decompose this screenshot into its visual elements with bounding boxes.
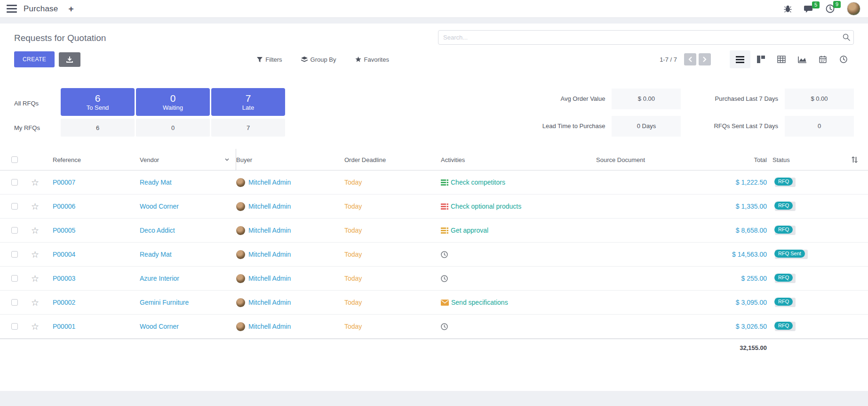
debug-bug-icon[interactable] (784, 5, 792, 13)
row-checkbox[interactable] (11, 299, 18, 306)
list-view-icon (736, 56, 744, 63)
row-checkbox[interactable] (11, 275, 18, 282)
favorite-star-icon[interactable]: ☆ (31, 250, 39, 260)
kpi-late-button[interactable]: 7 Late (211, 88, 285, 116)
activity-cell[interactable]: Check optional products (441, 203, 596, 210)
kpi-my-to-send[interactable]: 6 (61, 119, 135, 137)
favorites-button[interactable]: Favorites (355, 56, 389, 63)
row-checkbox[interactable] (11, 227, 18, 234)
stat-purchased-7d[interactable]: $ 0.00 (785, 89, 854, 109)
schedule-activity-clock-icon[interactable] (441, 251, 448, 258)
activity-view-icon (840, 56, 847, 63)
vendor-link[interactable]: Ready Mat (140, 251, 236, 258)
vendor-link[interactable]: Wood Corner (140, 203, 236, 210)
filters-button[interactable]: Filters (257, 56, 282, 63)
top-navbar: Purchase + 5 9 (0, 0, 868, 18)
kpi-waiting-button[interactable]: 0 Waiting (136, 88, 210, 116)
kpi-to-send-button[interactable]: 6 To Send (61, 88, 135, 116)
activity-cell[interactable] (441, 275, 596, 282)
column-header-reference[interactable]: Reference (53, 156, 140, 163)
column-header-source-document[interactable]: Source Document (596, 156, 714, 163)
favorite-star-icon[interactable]: ☆ (31, 202, 39, 211)
vendor-link[interactable]: Gemini Furniture (140, 299, 236, 306)
create-button[interactable]: CREATE (14, 51, 55, 67)
favorite-star-icon[interactable]: ☆ (31, 274, 39, 284)
row-checkbox[interactable] (11, 203, 18, 210)
group-by-button[interactable]: Group By (301, 56, 336, 63)
schedule-activity-clock-icon[interactable] (441, 323, 448, 330)
table-row[interactable]: ☆ P00001 Wood Corner Mitchell Admin Toda… (0, 315, 868, 339)
column-header-order-deadline[interactable]: Order Deadline (344, 156, 441, 163)
table-row[interactable]: ☆ P00006 Wood Corner Mitchell Admin Toda… (0, 195, 868, 219)
buyer-cell[interactable]: Mitchell Admin (236, 226, 344, 235)
kpi-my-late[interactable]: 7 (211, 119, 285, 137)
search-input[interactable] (438, 30, 854, 45)
column-header-buyer[interactable]: Buyer (236, 156, 344, 163)
reference-link[interactable]: P00001 (53, 323, 140, 330)
activity-cell[interactable] (441, 251, 596, 258)
apps-menu-icon[interactable] (7, 5, 17, 13)
favorite-star-icon[interactable]: ☆ (31, 322, 39, 332)
vendor-link[interactable]: Wood Corner (140, 323, 236, 330)
reference-link[interactable]: P00006 (53, 203, 140, 210)
activities-clock-icon[interactable]: 9 (826, 4, 835, 13)
table-row[interactable]: ☆ P00007 Ready Mat Mitchell Admin Today … (0, 171, 868, 195)
activity-cell[interactable]: Get approval (441, 227, 596, 234)
favorite-star-icon[interactable]: ☆ (31, 226, 39, 235)
pager-next-button[interactable] (699, 53, 711, 65)
activity-cell[interactable]: Send specifications (441, 299, 596, 306)
view-pivot-button[interactable] (771, 50, 792, 68)
optional-columns-icon[interactable] (852, 156, 858, 163)
select-all-checkbox[interactable] (11, 156, 18, 163)
view-activity-button[interactable] (833, 50, 854, 68)
vendor-link[interactable]: Deco Addict (140, 227, 236, 234)
buyer-cell[interactable]: Mitchell Admin (236, 178, 344, 187)
vendor-link[interactable]: Ready Mat (140, 179, 236, 186)
buyer-avatar (236, 274, 245, 283)
reference-link[interactable]: P00005 (53, 227, 140, 234)
favorite-star-icon[interactable]: ☆ (31, 298, 39, 308)
view-kanban-button[interactable] (750, 50, 771, 68)
stat-lead-time[interactable]: 0 Days (612, 116, 681, 137)
view-list-button[interactable] (730, 50, 750, 68)
view-graph-button[interactable] (792, 50, 812, 68)
kpi-my-waiting[interactable]: 0 (136, 119, 210, 137)
buyer-cell[interactable]: Mitchell Admin (236, 322, 344, 331)
schedule-activity-clock-icon[interactable] (441, 275, 448, 282)
table-row[interactable]: ☆ P00002 Gemini Furniture Mitchell Admin… (0, 291, 868, 315)
view-calendar-button[interactable] (812, 50, 833, 68)
stat-avg-order-value[interactable]: $ 0.00 (612, 89, 681, 109)
buyer-cell[interactable]: Mitchell Admin (236, 298, 344, 307)
row-checkbox[interactable] (11, 323, 18, 330)
row-checkbox[interactable] (11, 251, 18, 258)
column-header-vendor[interactable]: Vendor (140, 149, 236, 171)
reference-link[interactable]: P00004 (53, 251, 140, 258)
column-header-activities[interactable]: Activities (441, 156, 596, 163)
user-avatar[interactable] (847, 2, 860, 16)
activity-cell[interactable]: Check competitors (441, 179, 596, 186)
buyer-cell[interactable]: Mitchell Admin (236, 202, 344, 211)
pager-previous-button[interactable] (684, 53, 696, 65)
total-cell: $ 255.00 (714, 275, 772, 282)
stat-rfqs-sent-7d[interactable]: 0 (785, 116, 854, 137)
buyer-cell[interactable]: Mitchell Admin (236, 250, 344, 259)
app-name[interactable]: Purchase (24, 4, 58, 14)
chevron-down-icon[interactable] (225, 158, 229, 161)
activity-cell[interactable] (441, 323, 596, 330)
vendor-link[interactable]: Azure Interior (140, 275, 236, 282)
reference-link[interactable]: P00002 (53, 299, 140, 306)
search-icon[interactable] (843, 33, 850, 41)
favorite-star-icon[interactable]: ☆ (31, 178, 39, 187)
reference-link[interactable]: P00003 (53, 275, 140, 282)
table-row[interactable]: ☆ P00004 Ready Mat Mitchell Admin Today … (0, 243, 868, 267)
table-row[interactable]: ☆ P00005 Deco Addict Mitchell Admin Toda… (0, 219, 868, 243)
buyer-cell[interactable]: Mitchell Admin (236, 274, 344, 283)
table-row[interactable]: ☆ P00003 Azure Interior Mitchell Admin T… (0, 267, 868, 291)
new-tab-plus-button[interactable]: + (68, 4, 73, 14)
column-header-total[interactable]: Total (714, 156, 772, 163)
messages-icon[interactable]: 5 (804, 5, 813, 13)
column-header-status[interactable]: Status (772, 156, 838, 163)
reference-link[interactable]: P00007 (53, 179, 140, 186)
row-checkbox[interactable] (11, 179, 18, 186)
export-button[interactable] (59, 52, 80, 67)
